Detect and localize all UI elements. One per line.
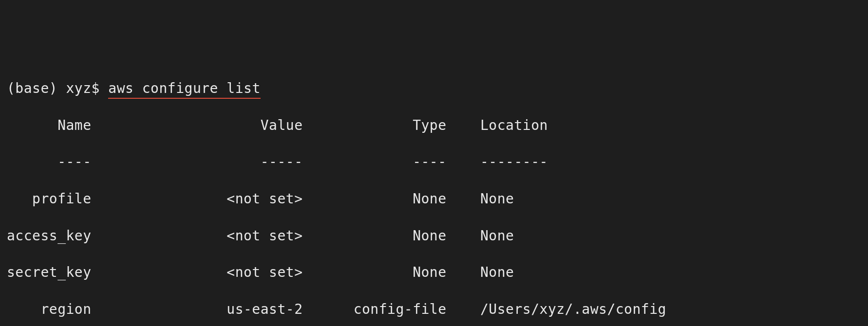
user-host: xyz$ (66, 80, 109, 96)
table-row: region us-east-2 config-file /Users/xyz/… (7, 300, 861, 319)
table-row: access_key <not set> None None (7, 227, 861, 245)
command-aws-configure-list: aws configure list (108, 79, 260, 98)
table-header: Name Value Type Location (7, 116, 861, 135)
prompt-line-1: (base) xyz$ aws configure list (7, 79, 861, 98)
table-separator: ---- ----- ---- -------- (7, 153, 861, 171)
table-row: profile <not set> None None (7, 190, 861, 208)
env-tag: (base) (7, 80, 66, 96)
table-row: secret_key <not set> None None (7, 263, 861, 282)
